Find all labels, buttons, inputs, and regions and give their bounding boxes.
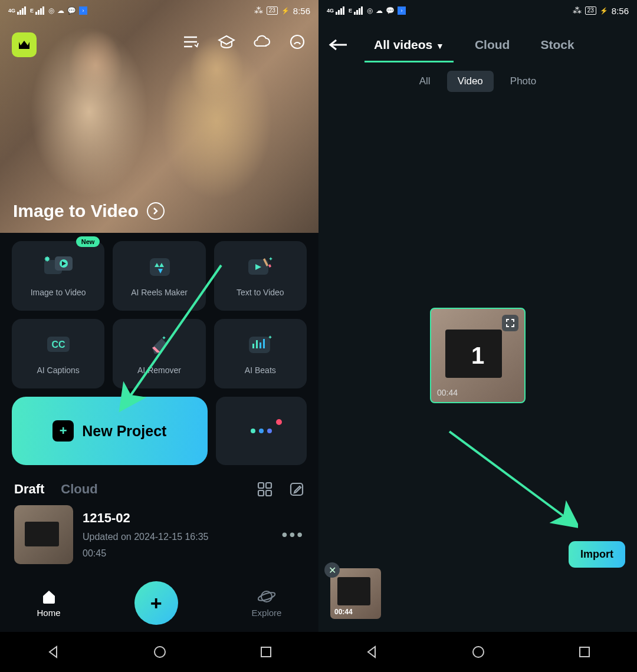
cloud-icon: ☁ [376, 6, 383, 15]
draft-title: 1215-02 [83, 510, 272, 526]
import-button[interactable]: Import [569, 541, 625, 568]
dots-icon [251, 429, 272, 433]
charging-icon: ⚡ [600, 7, 608, 15]
system-nav [0, 632, 318, 672]
signal-icon [336, 6, 344, 15]
remove-selection-icon[interactable]: ✕ [324, 562, 340, 578]
sys-recent-icon[interactable] [260, 645, 272, 658]
new-project-label: New Project [82, 423, 166, 440]
draft-thumbnail [14, 505, 73, 564]
queue-icon[interactable] [182, 32, 201, 51]
cloud-sync-icon[interactable] [252, 32, 271, 51]
tab-cloud[interactable]: Cloud [61, 482, 97, 497]
charging-icon: ⚡ [281, 7, 290, 15]
captions-icon: CC [42, 332, 75, 356]
network-icon: 4G [327, 8, 334, 14]
clock: 8:56 [293, 6, 310, 16]
draft-more-icon[interactable]: ••• [282, 525, 304, 544]
svg-rect-17 [266, 483, 271, 488]
signal-icon-2 [354, 6, 363, 15]
hero-arrow-icon[interactable] [147, 202, 165, 220]
sys-back-icon[interactable] [365, 645, 379, 659]
sys-home-icon[interactable] [153, 645, 167, 659]
battery-icon: 23 [585, 6, 596, 15]
svg-point-23 [155, 647, 165, 657]
tab-all-videos[interactable]: All videos ▼ [359, 28, 459, 61]
svg-point-27 [473, 647, 484, 657]
sys-back-icon[interactable] [46, 645, 60, 659]
battery-icon: 23 [267, 6, 278, 15]
edge-icon: E [349, 8, 352, 14]
svg-rect-15 [263, 339, 265, 348]
filter-video[interactable]: Video [447, 71, 494, 92]
svg-rect-16 [258, 483, 264, 488]
tool-label: AI Reels Maker [131, 288, 188, 297]
plus-icon: + [52, 420, 74, 442]
cloud-icon: ☁ [57, 6, 64, 15]
more-tools-button[interactable] [216, 397, 307, 465]
network-icon: 4G [8, 8, 15, 14]
svg-rect-18 [258, 490, 264, 496]
nav-home[interactable]: Home [37, 589, 61, 618]
back-icon[interactable] [328, 38, 348, 51]
sys-home-icon[interactable] [471, 645, 485, 659]
status-bar: 4G E ◎ ☁ 💬 › ⁂ 23 ⚡ 8:56 [0, 0, 318, 21]
app-icon: › [79, 6, 87, 15]
bottom-nav: Home + Explore [0, 577, 318, 630]
draft-duration: 00:45 [83, 548, 272, 559]
tool-text-to-video[interactable]: Text to Video [214, 241, 307, 311]
sys-recent-icon[interactable] [578, 645, 591, 658]
chat-icon: 💬 [386, 6, 395, 15]
premium-crown-icon[interactable] [12, 32, 37, 57]
tab-cloud[interactable]: Cloud [459, 28, 525, 61]
selected-tray: ✕ 00:44 Import [318, 512, 637, 630]
beats-icon [244, 332, 277, 356]
education-icon[interactable] [217, 32, 236, 51]
filter-photo[interactable]: Photo [500, 71, 547, 92]
svg-rect-19 [266, 490, 271, 496]
tool-label: AI Beats [245, 365, 276, 375]
tools-grid: New Image to Video AI Reels Maker Text t… [0, 233, 318, 388]
expand-icon[interactable] [502, 315, 518, 331]
tool-label: AI Remover [137, 365, 181, 375]
svg-line-29 [449, 431, 563, 516]
chevron-down-icon: ▼ [436, 41, 444, 51]
planet-icon [258, 589, 275, 604]
profile-icon[interactable] [288, 32, 307, 51]
tool-ai-remover[interactable]: AI Remover [113, 319, 205, 388]
nav-create-button[interactable]: + [134, 581, 178, 625]
grid-view-icon[interactable] [257, 482, 272, 497]
selection-number: 1 [471, 342, 484, 369]
text-video-icon [244, 255, 277, 278]
tool-ai-captions[interactable]: CC AI Captions [12, 319, 104, 388]
tool-label: AI Captions [37, 365, 79, 375]
nav-explore[interactable]: Explore [252, 589, 282, 618]
tool-ai-beats[interactable]: AI Beats [214, 319, 307, 388]
tab-draft[interactable]: Draft [14, 482, 44, 497]
tab-stock[interactable]: Stock [525, 28, 589, 61]
image-video-icon [42, 255, 75, 278]
draft-item[interactable]: 1215-02 Updated on 2024-12-15 16:35 00:4… [0, 505, 318, 564]
edit-icon[interactable] [289, 482, 304, 497]
svg-rect-14 [260, 342, 261, 348]
tool-ai-reels[interactable]: AI Reels Maker [113, 241, 205, 311]
selected-thumbnail[interactable]: ✕ 00:44 [330, 568, 381, 619]
svg-rect-12 [252, 344, 254, 348]
bluetooth-icon: ⁂ [254, 5, 263, 16]
draft-updated: Updated on 2024-12-15 16:35 [83, 532, 272, 542]
tool-image-to-video[interactable]: New Image to Video [12, 241, 104, 311]
svg-point-22 [258, 591, 275, 602]
bluetooth-icon: ⁂ [573, 5, 582, 16]
new-project-button[interactable]: + New Project [12, 397, 208, 465]
video-duration: 00:44 [437, 388, 458, 397]
hero-banner[interactable]: Image to Video [0, 0, 318, 233]
tool-label: Image to Video [31, 288, 86, 297]
svg-text:CC: CC [51, 340, 65, 350]
chat-icon: 💬 [67, 6, 76, 15]
nav-home-label: Home [37, 608, 61, 618]
video-tile[interactable]: 1 00:44 [430, 308, 526, 403]
filter-all[interactable]: All [409, 71, 441, 92]
system-nav [318, 632, 637, 672]
clock: 8:56 [612, 6, 629, 16]
eraser-icon [143, 332, 176, 356]
